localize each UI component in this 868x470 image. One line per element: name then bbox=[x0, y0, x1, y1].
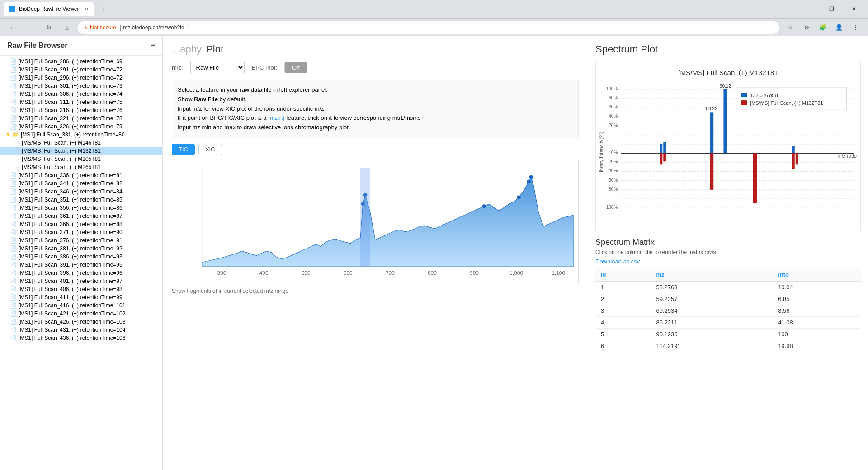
mz-rt-link[interactable]: [mz,rt] bbox=[268, 114, 284, 121]
tree-item-14[interactable]: 📄[MS1] Full Scan_336, (+) retentionTime=… bbox=[0, 171, 162, 179]
matrix-table-scroll[interactable]: id mz into 1 58.2763 10.04 2 59.2357 6.8… bbox=[595, 268, 861, 352]
file-icon: 📄 bbox=[10, 107, 17, 113]
svg-rect-63 bbox=[741, 93, 747, 97]
file-icon: 📄 bbox=[10, 286, 17, 292]
file-icon: 📄 bbox=[10, 123, 17, 130]
extensions-icon[interactable]: 🧩 bbox=[816, 20, 830, 35]
tree-item-1[interactable]: 📄[MS1] Full Scan_291, (+) retentionTime=… bbox=[0, 66, 162, 74]
tree-item-20[interactable]: 📄[MS1] Full Scan_366, (+) retentionTime=… bbox=[0, 220, 162, 228]
table-row[interactable]: 5 90.1236 100 bbox=[595, 329, 861, 340]
tree-item-10[interactable]: ▪[MS/MS] Full Scan, (+) M146T81 bbox=[0, 139, 162, 147]
address-input[interactable]: ⚠ Not secure | mz.biodeep.cn/mzweb?id=1 bbox=[78, 21, 779, 34]
col-mz[interactable]: mz bbox=[651, 268, 773, 281]
download-csv-link[interactable]: Download as csv bbox=[595, 258, 861, 265]
tree-item-0[interactable]: 📄[MS1] Full Scan_286, (+) retentionTime=… bbox=[0, 57, 162, 66]
svg-text:Library Intensity(%): Library Intensity(%) bbox=[599, 132, 604, 174]
tree-item-30[interactable]: 📄[MS1] Full Scan_416, (+) retentionTime=… bbox=[0, 301, 162, 310]
tree-item-28[interactable]: 📄[MS1] Full Scan_406, (+) retentionTime=… bbox=[0, 285, 162, 293]
tree-item-19[interactable]: 📄[MS1] Full Scan_361, (+) retentionTime=… bbox=[0, 212, 162, 220]
tree-label: [MS1] Full Scan_371, (+) retentionTime=9… bbox=[19, 229, 123, 235]
back-button[interactable]: ← bbox=[5, 20, 20, 35]
minimize-button[interactable]: − bbox=[798, 2, 819, 16]
new-tab-button[interactable]: + bbox=[98, 3, 110, 15]
cell-mz: 114.2191 bbox=[651, 340, 773, 352]
file-icon: 📄 bbox=[10, 205, 17, 211]
sidebar-title: Raw File Browser bbox=[7, 42, 67, 50]
table-row[interactable]: 3 60.2934 8.56 bbox=[595, 305, 861, 317]
separator: | bbox=[120, 24, 121, 31]
tree-item-26[interactable]: 📄[MS1] Full Scan_396, (+) retentionTime=… bbox=[0, 269, 162, 277]
tree-item-13[interactable]: ▪[MS/MS] Full Scan, (+) M265T81 bbox=[0, 163, 162, 171]
tree-item-34[interactable]: 📄[MS1] Full Scan_436, (+) retentionTime=… bbox=[0, 334, 162, 342]
svg-rect-51 bbox=[710, 112, 713, 153]
tree-label: [MS1] Full Scan_336, (+) retentionTime=8… bbox=[19, 172, 123, 179]
chroma-chart[interactable]: 300 400 500 600 700 800 900 1,000 1,100 bbox=[172, 159, 579, 285]
col-into[interactable]: into bbox=[773, 268, 861, 281]
tree-label: [MS1] Full Scan_351, (+) retentionTime=8… bbox=[19, 197, 123, 203]
tab-close-button[interactable]: ✕ bbox=[85, 6, 89, 12]
forward-button[interactable]: → bbox=[24, 20, 38, 35]
tree-item-4[interactable]: 📄[MS1] Full Scan_306, (+) retentionTime=… bbox=[0, 90, 162, 98]
tree-item-33[interactable]: 📄[MS1] Full Scan_431, (+) retentionTime=… bbox=[0, 326, 162, 334]
tree-item-11[interactable]: ▪[MS/MS] Full Scan, (+) M132T81 bbox=[0, 147, 162, 155]
tree-item-8[interactable]: 📄[MS1] Full Scan_326, (+) retentionTime=… bbox=[0, 122, 162, 131]
tree-item-2[interactable]: 📄[MS1] Full Scan_296, (+) retentionTime=… bbox=[0, 74, 162, 82]
raw-file-dropdown[interactable]: Raw File XIC BPC TIC bbox=[190, 61, 245, 74]
col-id[interactable]: id bbox=[595, 268, 651, 281]
spectrum-plot[interactable]: [MS/MS] Full Scan, (+) M132T81 Library I… bbox=[595, 61, 861, 232]
home-button[interactable]: ⌂ bbox=[60, 20, 74, 35]
sidebar-tree[interactable]: 📄[MS1] Full Scan_286, (+) retentionTime=… bbox=[0, 56, 162, 470]
tree-label: [MS1] Full Scan_316, (+) retentionTime=7… bbox=[19, 107, 123, 113]
tree-item-17[interactable]: 📄[MS1] Full Scan_351, (+) retentionTime=… bbox=[0, 196, 162, 204]
tree-item-22[interactable]: 📄[MS1] Full Scan_376, (+) retentionTime=… bbox=[0, 236, 162, 244]
tree-item-24[interactable]: 📄[MS1] Full Scan_386, (+) retentionTime=… bbox=[0, 253, 162, 261]
active-tab[interactable]: BioDeep RawFile Viewer ✕ bbox=[4, 2, 94, 16]
tree-item-31[interactable]: 📄[MS1] Full Scan_421, (+) retentionTime=… bbox=[0, 310, 162, 318]
sub-icon: ▪ bbox=[18, 156, 20, 162]
bookmark-icon[interactable]: ☆ bbox=[783, 20, 797, 35]
tree-item-3[interactable]: 📄[MS1] Full Scan_301, (+) retentionTime=… bbox=[0, 82, 162, 90]
xic-button[interactable]: XIC bbox=[198, 144, 222, 155]
svg-text:100%: 100% bbox=[606, 205, 618, 210]
tic-button[interactable]: TIC bbox=[172, 144, 195, 155]
tree-label: [MS1] Full Scan_346, (+) retentionTime=8… bbox=[19, 188, 123, 195]
file-icon: 📄 bbox=[10, 294, 17, 301]
browser-tab-bar: BioDeep RawFile Viewer ✕ + − ❐ ✕ bbox=[0, 0, 868, 18]
tree-item-27[interactable]: 📄[MS1] Full Scan_401, (+) retentionTime=… bbox=[0, 277, 162, 285]
tree-item-12[interactable]: ▪[MS/MS] Full Scan, (+) M205T81 bbox=[0, 155, 162, 163]
tree-item-9[interactable]: ▼📁[MS1] Full Scan_331, (+) retentionTime… bbox=[0, 131, 162, 139]
tree-item-25[interactable]: 📄[MS1] Full Scan_391, (+) retentionTime=… bbox=[0, 261, 162, 269]
tree-item-15[interactable]: 📄[MS1] Full Scan_341, (+) retentionTime=… bbox=[0, 179, 162, 188]
matrix-table: id mz into 1 58.2763 10.04 2 59.2357 6.8… bbox=[595, 268, 861, 352]
svg-text:40%: 40% bbox=[609, 168, 618, 173]
tree-item-7[interactable]: 📄[MS1] Full Scan_321, (+) retentionTime=… bbox=[0, 114, 162, 122]
tree-label: [MS1] Full Scan_356, (+) retentionTime=8… bbox=[19, 205, 123, 211]
tree-label: [MS1] Full Scan_291, (+) retentionTime=7… bbox=[19, 66, 123, 73]
tree-label: [MS1] Full Scan_296, (+) retentionTime=7… bbox=[19, 75, 123, 81]
zoom-icon[interactable]: ⊕ bbox=[799, 20, 814, 35]
profile-icon[interactable]: 👤 bbox=[832, 20, 846, 35]
table-row[interactable]: 1 58.2763 10.04 bbox=[595, 281, 861, 293]
svg-text:400: 400 bbox=[259, 271, 269, 276]
table-row[interactable]: 6 114.2191 19.98 bbox=[595, 340, 861, 352]
controls-row: m/z: Raw File XIC BPC TIC BPC Plot: Off bbox=[172, 61, 579, 74]
table-row[interactable]: 4 86.2211 41.08 bbox=[595, 317, 861, 329]
tree-item-23[interactable]: 📄[MS1] Full Scan_381, (+) retentionTime=… bbox=[0, 244, 162, 253]
tree-item-29[interactable]: 📄[MS1] Full Scan_411, (+) retentionTime=… bbox=[0, 293, 162, 301]
tree-item-18[interactable]: 📄[MS1] Full Scan_356, (+) retentionTime=… bbox=[0, 204, 162, 212]
matrix-subtitle: Click on the column title to reorder the… bbox=[595, 249, 861, 255]
svg-text:40%: 40% bbox=[609, 113, 618, 118]
tree-item-21[interactable]: 📄[MS1] Full Scan_371, (+) retentionTime=… bbox=[0, 228, 162, 236]
close-button[interactable]: ✕ bbox=[844, 2, 864, 16]
restore-button[interactable]: ❐ bbox=[821, 2, 842, 16]
table-row[interactable]: 2 59.2357 6.85 bbox=[595, 293, 861, 305]
tree-item-5[interactable]: 📄[MS1] Full Scan_311, (+) retentionTime=… bbox=[0, 98, 162, 106]
tree-item-32[interactable]: 📄[MS1] Full Scan_426, (+) retentionTime=… bbox=[0, 318, 162, 326]
expand-icon: ▼ bbox=[5, 132, 11, 138]
tree-item-16[interactable]: 📄[MS1] Full Scan_346, (+) retentionTime=… bbox=[0, 188, 162, 196]
tree-item-6[interactable]: 📄[MS1] Full Scan_316, (+) retentionTime=… bbox=[0, 106, 162, 114]
bpc-toggle[interactable]: Off bbox=[284, 62, 307, 73]
reload-button[interactable]: ↻ bbox=[42, 20, 56, 35]
sidebar-menu-button[interactable]: ≡ bbox=[151, 42, 155, 50]
menu-icon[interactable]: ⋮ bbox=[848, 20, 863, 35]
